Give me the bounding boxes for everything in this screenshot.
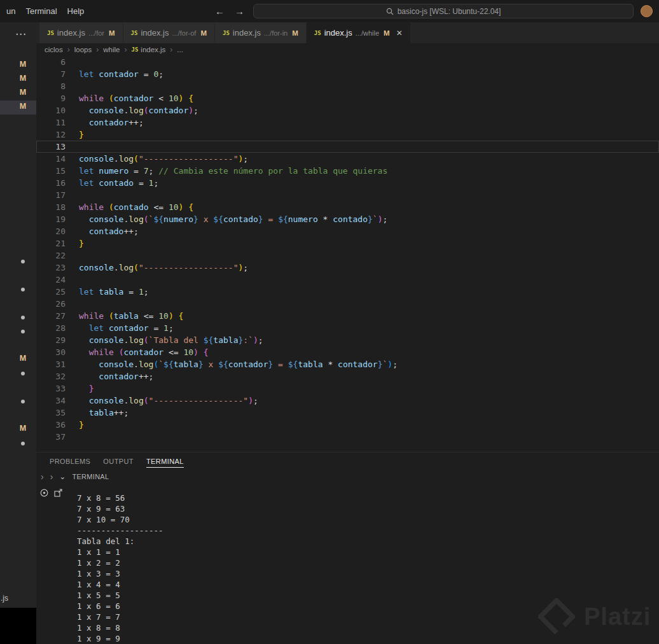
js-file-icon: JS xyxy=(131,30,138,36)
chevron-right-icon[interactable]: › xyxy=(50,472,53,482)
code-line[interactable]: 31 console.log(`${tabla} x ${contador} =… xyxy=(36,358,659,370)
breadcrumb-item[interactable]: while xyxy=(103,46,120,53)
code-line[interactable]: 30 while (contador <= 10) { xyxy=(36,346,659,358)
code-line[interactable]: 25let tabla = 1; xyxy=(36,286,659,298)
terminal[interactable]: 7 x 8 = 567 x 9 = 637 x 10 = 70---------… xyxy=(36,484,659,644)
code-line[interactable]: 36} xyxy=(36,419,659,431)
code-line[interactable]: 22 xyxy=(36,249,659,262)
code-line[interactable]: 12} xyxy=(36,129,659,141)
code-line[interactable]: 8 xyxy=(36,80,659,92)
code-token: console xyxy=(89,106,124,115)
editor-tab[interactable]: JSindex.js.../for-ofM xyxy=(123,22,214,43)
breadcrumb-item[interactable]: ... xyxy=(177,46,183,53)
account-avatar[interactable] xyxy=(641,5,653,17)
code-line[interactable]: 32 contador++; xyxy=(36,370,659,382)
open-in-editor-icon[interactable] xyxy=(53,488,63,498)
terminal-section-header[interactable]: › › ⌄ TERMINAL xyxy=(36,469,659,484)
code-token: while xyxy=(79,94,104,103)
breadcrumb-item[interactable]: ciclos xyxy=(45,46,63,53)
editor-tab[interactable]: JSindex.js.../whileM✕ xyxy=(307,22,410,43)
breadcrumb-item[interactable]: JSindex.js xyxy=(131,46,165,53)
js-file-icon: JS xyxy=(131,46,138,53)
code-token: ; xyxy=(123,408,128,417)
line-number: 17 xyxy=(36,189,66,201)
code-token: x xyxy=(198,214,213,224)
git-modified-badge: M xyxy=(18,354,27,363)
code-line[interactable]: 29 console.log(`Tabla del ${tabla}:`); xyxy=(36,334,659,346)
explorer-partial-filename[interactable]: .js xyxy=(1,594,8,603)
code-line[interactable]: 28 let contador = 1; xyxy=(36,322,659,334)
code-token: let xyxy=(89,323,104,333)
chevron-right-icon[interactable]: › xyxy=(41,472,44,482)
js-file-icon: JS xyxy=(223,30,230,36)
code-line[interactable]: 37 xyxy=(36,431,659,443)
menu-item-help[interactable]: Help xyxy=(66,6,86,16)
code-token: tabla xyxy=(174,360,198,369)
editor-tab-bar: JSindex.js.../forMJSindex.js.../for-ofMJ… xyxy=(36,22,659,43)
line-number: 33 xyxy=(36,382,66,395)
code-line[interactable]: 16let contado = 1; xyxy=(36,177,659,189)
command-marker-icon[interactable] xyxy=(39,488,49,498)
code-token: 7 xyxy=(144,166,149,176)
code-line[interactable]: 14console.log("------------------"); xyxy=(36,153,659,165)
code-token: console xyxy=(99,360,134,369)
editor-tab[interactable]: JSindex.js.../for-inM xyxy=(215,22,306,43)
code-line[interactable]: 11 contador++; xyxy=(36,116,659,129)
code-token: tabla xyxy=(89,408,114,417)
code-token: tabla xyxy=(298,360,323,369)
code-token: = xyxy=(273,360,288,369)
menu-item-un[interactable]: un xyxy=(5,6,17,16)
menu-item-terminal[interactable]: Terminal xyxy=(24,6,58,16)
code-content: let numero = 7; // Cambia este número po… xyxy=(66,165,387,177)
code-content: console.log("------------------"); xyxy=(66,153,248,165)
code-editor[interactable]: 67let contador = 0;89while (contador < 1… xyxy=(36,56,659,452)
code-line[interactable]: 27while (tabla <= 10) { xyxy=(36,310,659,322)
code-line[interactable]: 23console.log("------------------"); xyxy=(36,262,659,274)
code-line[interactable]: 6 xyxy=(36,56,659,68)
code-token: log xyxy=(128,396,143,405)
code-content xyxy=(66,298,79,310)
panel-tab-problems[interactable]: PROBLEMS xyxy=(50,454,90,467)
panel-tab-terminal[interactable]: TERMINAL xyxy=(146,454,184,468)
code-line[interactable]: 24 xyxy=(36,274,659,286)
code-line[interactable]: 35 tabla++; xyxy=(36,407,659,419)
chevron-down-icon[interactable]: ⌄ xyxy=(59,472,66,481)
code-line[interactable]: 33 } xyxy=(36,382,659,395)
code-token xyxy=(104,94,109,103)
editor-tab[interactable]: JSindex.js.../forM xyxy=(39,22,123,43)
code-token xyxy=(174,311,179,321)
code-line[interactable]: 26 xyxy=(36,298,659,310)
code-line[interactable]: 34 console.log("------------------"); xyxy=(36,395,659,407)
code-token: "------------------" xyxy=(139,154,239,164)
code-line[interactable]: 9while (contador < 10) { xyxy=(36,92,659,104)
code-content: } xyxy=(66,129,84,141)
forward-icon[interactable]: → xyxy=(235,6,244,17)
code-token: ++ xyxy=(139,372,149,381)
code-token: ${ xyxy=(213,214,223,224)
code-token: log xyxy=(128,106,143,115)
code-line[interactable]: 20 contado++; xyxy=(36,225,659,237)
close-icon[interactable]: ✕ xyxy=(396,29,403,38)
code-token: * xyxy=(323,360,338,369)
panel-tab-output[interactable]: OUTPUT xyxy=(103,454,134,467)
back-icon[interactable]: ← xyxy=(215,6,225,17)
code-token: = xyxy=(128,166,143,176)
code-line[interactable]: 19 console.log(`${numero} x ${contado} =… xyxy=(36,213,659,225)
code-line[interactable]: 13 xyxy=(36,141,659,153)
line-number: 27 xyxy=(36,310,66,322)
code-line[interactable]: 10 console.log(contador); xyxy=(36,104,659,116)
code-line[interactable]: 15let numero = 7; // Cambia este número … xyxy=(36,165,659,177)
more-actions-icon[interactable]: ⋯ xyxy=(15,27,27,41)
code-token xyxy=(79,323,89,333)
code-line[interactable]: 7let contador = 0; xyxy=(36,68,659,80)
breadcrumb-label: ... xyxy=(177,46,183,53)
code-line[interactable]: 21} xyxy=(36,237,659,249)
command-center-search[interactable]: basico-js [WSL: Ubuntu-22.04] xyxy=(253,4,634,18)
code-token: ; xyxy=(193,106,198,115)
breadcrumb-item[interactable]: loops xyxy=(74,46,92,53)
code-token: ( xyxy=(109,202,114,212)
terminal-line: 1 x 6 = 6 xyxy=(77,601,163,612)
line-number: 32 xyxy=(36,370,66,382)
code-line[interactable]: 17 xyxy=(36,189,659,201)
code-line[interactable]: 18while (contado <= 10) { xyxy=(36,201,659,213)
